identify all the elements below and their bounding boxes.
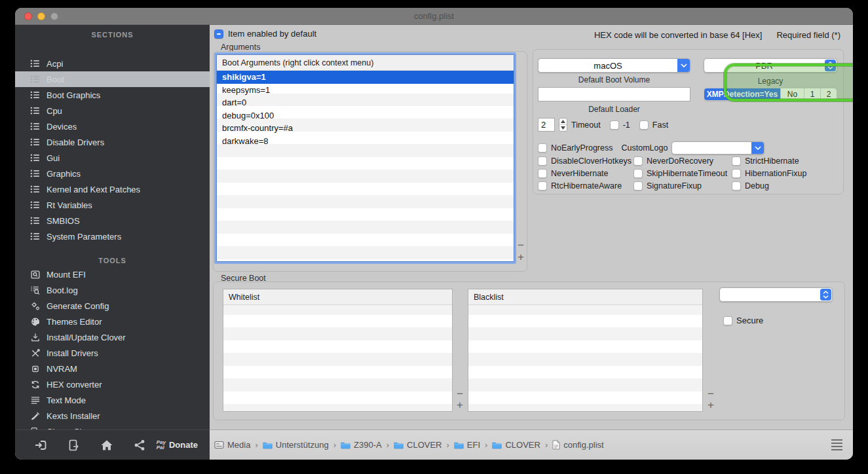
sidebar-item-disable-drivers[interactable]: Disable Drivers	[15, 134, 210, 150]
sidebar-item-smbios[interactable]: SMBIOS	[15, 213, 210, 228]
custom-logo-select[interactable]	[671, 141, 764, 155]
blacklist-add-button[interactable]: +	[706, 401, 716, 410]
fast-checkbox[interactable]	[639, 120, 649, 130]
share-button[interactable]	[123, 439, 156, 451]
sidebar-item-label: Text Mode	[47, 395, 86, 405]
breadcrumb-item-folder[interactable]: CLOVER	[394, 440, 442, 450]
boot-arguments-list[interactable]: Boot Arguments (right click context menu…	[216, 54, 514, 262]
legacy-select[interactable]: PBR	[704, 58, 837, 73]
sidebar-item-mount-efi[interactable]: Mount EFI	[15, 266, 210, 282]
never-hibernate-checkbox[interactable]	[538, 169, 547, 178]
sidebar-item-themes-editor[interactable]: Themes Editor	[15, 314, 210, 329]
never-do-recovery-checkbox[interactable]	[633, 156, 643, 166]
folder-icon	[454, 441, 464, 449]
segment-no[interactable]: No	[780, 88, 804, 100]
tools-header: TOOLS	[15, 255, 210, 266]
default-loader-label: Default Loader	[538, 105, 690, 114]
default-loader-input[interactable]	[538, 87, 690, 101]
app-window: config.plist SECTIONS Acpi Boot Boot Gra…	[15, 8, 853, 460]
add-argument-button[interactable]: +	[516, 253, 526, 262]
sidebar-item-text-mode[interactable]: Text Mode	[15, 392, 210, 408]
boot-argument-row[interactable]: darkwake=8	[217, 135, 514, 148]
whitelist-table[interactable]: Whitelist	[223, 289, 453, 412]
item-enabled-checkbox[interactable]	[214, 29, 223, 39]
boot-argument-row[interactable]: shikigva=1	[217, 71, 514, 84]
sidebar-item-label: SMBIOS	[47, 216, 80, 226]
custom-logo-label: CustomLogo	[621, 143, 668, 153]
sidebar-item-boot-graphics[interactable]: Boot Graphics	[15, 87, 210, 103]
segment-2[interactable]: 2	[820, 88, 837, 100]
strict-hibernate-checkbox[interactable]	[732, 156, 741, 166]
export-file-button[interactable]	[57, 439, 90, 451]
import-button[interactable]	[24, 439, 57, 451]
remove-argument-button[interactable]: −	[516, 241, 526, 250]
whitelist-add-button[interactable]: +	[455, 401, 465, 410]
secure-boot-policy-select[interactable]	[719, 287, 833, 302]
required-note: Required field (*)	[776, 30, 840, 40]
home-button[interactable]	[90, 439, 123, 451]
sidebar-item-kernel-kext-patches[interactable]: Kernel and Kext Patches	[15, 181, 210, 197]
list-icon	[29, 106, 41, 115]
breadcrumb-item-folder[interactable]: Z390-A	[341, 440, 382, 450]
statusbar: Media › Unterstützung › Z390-A › CLOVER …	[210, 429, 853, 460]
custom-logo-row: NoEarlyProgress CustomLogo	[538, 141, 764, 155]
list-icon	[29, 75, 41, 84]
timeout-neg1-label: -1	[623, 120, 630, 130]
main-panel: Item enabled by default HEX code will be…	[210, 25, 853, 429]
item-enabled-label: Item enabled by default	[228, 29, 316, 39]
menu-icon[interactable]	[831, 439, 842, 450]
sidebar-item-hex-converter[interactable]: HEX converter	[15, 376, 210, 392]
legacy-label: Legacy	[704, 77, 837, 86]
hibernation-fixup-checkbox[interactable]	[732, 169, 741, 178]
sidebar-item-boot[interactable]: Boot	[15, 71, 210, 87]
no-early-progress-checkbox[interactable]	[538, 143, 547, 153]
skip-hibernate-timeout-checkbox[interactable]	[633, 169, 643, 178]
sidebar-item-generate-config[interactable]: Generate Config	[15, 298, 210, 314]
folder-icon	[492, 441, 502, 449]
palette-icon	[29, 317, 41, 327]
sidebar-item-label: Devices	[47, 122, 77, 132]
sidebar-item-rt-variables[interactable]: Rt Variables	[15, 197, 210, 213]
timeout-input[interactable]	[538, 118, 555, 132]
refresh-icon	[29, 380, 41, 390]
list-icon	[29, 59, 41, 68]
sidebar-item-kexts-installer[interactable]: Kexts Installer	[15, 408, 210, 424]
blacklist-table[interactable]: Blacklist	[468, 289, 703, 412]
breadcrumb-item-media[interactable]: Media	[214, 440, 250, 450]
sidebar-item-label: Boot Graphics	[47, 90, 100, 100]
debug-checkbox[interactable]	[732, 181, 741, 191]
sidebar-item-acpi[interactable]: Acpi	[15, 56, 210, 71]
breadcrumb-item-folder[interactable]: CLOVER	[492, 440, 540, 450]
boot-argument-row[interactable]: debug=0x100	[217, 109, 514, 122]
breadcrumb-item-config-plist[interactable]: config.plist	[552, 440, 603, 450]
boot-argument-row[interactable]: dart=0	[217, 96, 514, 109]
rtc-hibernate-aware-checkbox[interactable]	[538, 181, 547, 191]
default-boot-volume-select[interactable]: macOS	[538, 58, 690, 73]
blacklist-remove-button[interactable]: −	[706, 390, 716, 399]
sidebar-item-label: Install Drivers	[47, 348, 98, 358]
sidebar-item-system-parameters[interactable]: System Parameters	[15, 228, 210, 244]
boot-argument-row[interactable]: keepsyms=1	[217, 84, 514, 97]
secure-checkbox[interactable]	[723, 316, 732, 325]
sidebar-item-gui[interactable]: Gui	[15, 150, 210, 166]
timeout-stepper[interactable]	[559, 118, 567, 132]
boot-argument-row[interactable]: brcmfx-country=#a	[217, 122, 514, 135]
sidebar-item-nvram[interactable]: NVRAM	[15, 361, 210, 376]
donate-button[interactable]: PayPal Donate	[157, 440, 198, 450]
sidebar-item-graphics[interactable]: Graphics	[15, 166, 210, 181]
disable-clover-hotkeys-checkbox[interactable]	[538, 156, 547, 166]
signature-fixup-checkbox[interactable]	[633, 181, 643, 191]
sidebar-item-devices[interactable]: Devices	[15, 119, 210, 134]
breadcrumb-item-folder[interactable]: Unterstützung	[263, 440, 329, 450]
segment-xmpdetection-yes[interactable]: XMPDetection=Yes	[704, 88, 780, 100]
segment-1[interactable]: 1	[804, 88, 820, 100]
breadcrumb-item-folder[interactable]: EFI	[454, 440, 480, 450]
sidebar-item-install-update-clover[interactable]: Install/Update Clover	[15, 329, 210, 345]
whitelist-remove-button[interactable]: −	[455, 390, 465, 399]
timeout-neg1-checkbox[interactable]	[610, 120, 619, 130]
sidebar-item-label: Cpu	[47, 106, 62, 116]
sidebar-item-boot-log[interactable]: Boot.log	[15, 282, 210, 298]
sidebar-item-install-drivers[interactable]: Install Drivers	[15, 345, 210, 361]
sidebar-item-cpu[interactable]: Cpu	[15, 103, 210, 119]
sidebar-item-label: Boot	[47, 75, 64, 84]
